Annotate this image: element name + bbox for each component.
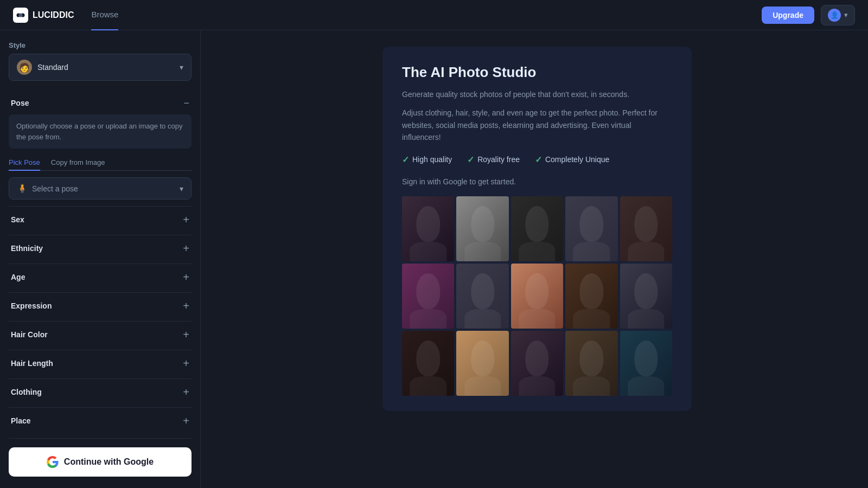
- style-name: Standard: [37, 63, 68, 72]
- expression-label: Expression: [11, 301, 52, 310]
- place-expand-icon: +: [183, 415, 189, 426]
- pose-tabs: Pick Pose Copy from Image: [9, 155, 192, 171]
- user-icon: 👤: [831, 11, 839, 19]
- upgrade-button[interactable]: Upgrade: [762, 7, 814, 24]
- check-icon-3: ✓: [535, 155, 542, 165]
- photo-cell-15: [620, 331, 672, 396]
- sex-expand-icon: +: [183, 214, 189, 225]
- header-left: LUCIDDIC Browse: [13, 8, 118, 23]
- google-btn-label: Continue with Google: [64, 457, 154, 467]
- style-label: Style: [9, 41, 192, 49]
- pose-person-icon: 🧍: [17, 183, 28, 194]
- photo-cell-12: [456, 331, 508, 396]
- tab-copy-from-image[interactable]: Copy from Image: [51, 155, 105, 171]
- header: LUCIDDIC Browse Upgrade 👤 ▾: [0, 0, 868, 30]
- place-label: Place: [11, 416, 31, 425]
- photo-cell-4: [565, 196, 617, 261]
- google-icon: [47, 456, 59, 468]
- features-list: ✓ High quality ✓ Royality free ✓ Complet…: [402, 155, 672, 165]
- hair-color-row[interactable]: Hair Color +: [9, 321, 192, 348]
- pose-select-left: 🧍 Select a pose: [17, 183, 78, 194]
- sidebar: Style 🧑 Standard ▾ Pose − Optionally cho…: [0, 30, 201, 488]
- ethnicity-row[interactable]: Ethnicity +: [9, 235, 192, 261]
- place-row[interactable]: Place +: [9, 407, 192, 434]
- expression-row[interactable]: Expression +: [9, 292, 192, 319]
- photo-cell-8: [511, 264, 563, 329]
- pose-placeholder: Select a pose: [32, 184, 78, 193]
- photo-cell-7: [456, 264, 508, 329]
- feature-3-label: Completely Unique: [545, 155, 609, 164]
- age-row[interactable]: Age +: [9, 264, 192, 290]
- clothing-expand-icon: +: [183, 387, 189, 397]
- main-layout: Style 🧑 Standard ▾ Pose − Optionally cho…: [0, 30, 868, 488]
- logo-icon: [13, 8, 28, 23]
- info-desc1: Generate quality stock photos of people …: [402, 88, 672, 100]
- hair-length-label: Hair Length: [11, 359, 53, 368]
- nav-browse-wrap: Browse: [91, 10, 118, 21]
- pose-select-dropdown[interactable]: 🧍 Select a pose ▾: [9, 177, 192, 200]
- pose-title: Pose: [11, 99, 29, 107]
- logo: LUCIDDIC: [13, 8, 74, 23]
- expression-expand-icon: +: [183, 300, 189, 311]
- feature-unique: ✓ Completely Unique: [535, 155, 609, 165]
- svg-point-2: [19, 13, 23, 17]
- feature-royalty-free: ✓ Royality free: [467, 155, 520, 165]
- hair-length-row[interactable]: Hair Length +: [9, 350, 192, 376]
- style-chevron-icon: ▾: [180, 63, 183, 72]
- hair-color-label: Hair Color: [11, 330, 48, 339]
- hair-color-expand-icon: +: [183, 329, 189, 340]
- signin-text: Sign in with Google to get started.: [402, 176, 672, 188]
- photo-cell-14: [565, 331, 617, 396]
- check-icon-1: ✓: [402, 155, 409, 165]
- info-desc2: Adjust clothing, hair, style, and even a…: [402, 107, 672, 143]
- clothing-label: Clothing: [11, 388, 42, 396]
- ethnicity-label: Ethnicity: [11, 244, 43, 253]
- logo-text: LUCIDDIC: [33, 10, 74, 20]
- user-chevron-icon: ▾: [844, 11, 848, 19]
- photo-cell-11: [402, 331, 454, 396]
- ethnicity-expand-icon: +: [183, 243, 189, 254]
- style-thumbnail: 🧑: [17, 60, 32, 75]
- sex-row[interactable]: Sex +: [9, 206, 192, 233]
- pose-section-header[interactable]: Pose −: [9, 92, 192, 114]
- clothing-row[interactable]: Clothing +: [9, 378, 192, 405]
- pose-section: Pose − Optionally choose a pose or uploa…: [9, 92, 192, 200]
- user-menu-button[interactable]: 👤 ▾: [821, 5, 855, 25]
- info-title: The AI Photo Studio: [402, 64, 672, 81]
- feature-2-label: Royality free: [477, 155, 520, 164]
- pose-hint-text: Optionally choose a pose or upload an im…: [9, 114, 192, 149]
- style-select-left: 🧑 Standard: [17, 60, 68, 75]
- continue-with-google-button[interactable]: Continue with Google: [9, 447, 192, 477]
- photo-cell-6: [402, 264, 454, 329]
- user-avatar: 👤: [828, 9, 841, 22]
- photo-cell-9: [565, 264, 617, 329]
- photo-cell-3: [511, 196, 563, 261]
- header-right: Upgrade 👤 ▾: [762, 5, 855, 25]
- info-card: The AI Photo Studio Generate quality sto…: [382, 47, 692, 411]
- style-select-dropdown[interactable]: 🧑 Standard ▾: [9, 54, 192, 81]
- photo-cell-10: [620, 264, 672, 329]
- pose-collapse-icon: −: [183, 98, 189, 108]
- tab-pick-pose[interactable]: Pick Pose: [9, 155, 40, 171]
- hair-length-expand-icon: +: [183, 358, 189, 369]
- age-expand-icon: +: [183, 272, 189, 282]
- content-area: The AI Photo Studio Generate quality sto…: [201, 30, 868, 488]
- age-label: Age: [11, 273, 25, 281]
- photo-cell-13: [511, 331, 563, 396]
- sex-label: Sex: [11, 215, 24, 224]
- style-section: Style 🧑 Standard ▾: [9, 41, 192, 89]
- google-btn-wrap: Continue with Google: [9, 438, 192, 481]
- feature-high-quality: ✓ High quality: [402, 155, 452, 165]
- feature-1-label: High quality: [412, 155, 452, 164]
- nav-browse[interactable]: Browse: [91, 10, 118, 22]
- photo-cell-1: [402, 196, 454, 261]
- pose-chevron-icon: ▾: [180, 184, 183, 193]
- photo-cell-5: [620, 196, 672, 261]
- check-icon-2: ✓: [467, 155, 474, 165]
- photo-cell-2: [456, 196, 508, 261]
- photo-grid: [402, 196, 672, 396]
